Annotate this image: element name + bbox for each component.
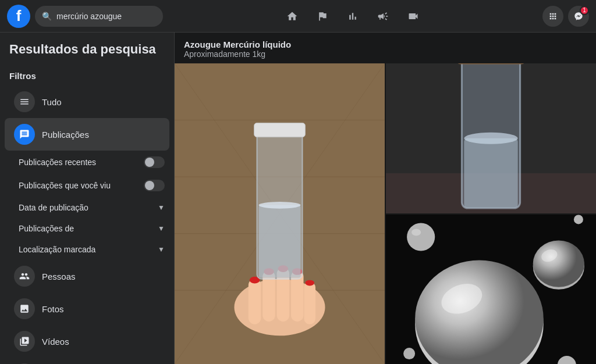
apps-icon bbox=[548, 12, 558, 21]
svg-rect-21 bbox=[258, 205, 300, 278]
publicacoes-viu-label: Publicações que você viu bbox=[19, 181, 111, 190]
filter-localizacao[interactable]: Localização marcada ▼ bbox=[0, 239, 174, 260]
flag-icon bbox=[317, 10, 328, 22]
fotos-label: Fotos bbox=[42, 304, 64, 314]
megaphone-icon bbox=[377, 10, 389, 22]
svg-rect-13 bbox=[304, 282, 315, 324]
nav-center-icons bbox=[163, 2, 542, 30]
flag-nav-button[interactable] bbox=[308, 2, 336, 30]
svg-rect-27 bbox=[464, 138, 517, 208]
svg-point-22 bbox=[258, 202, 300, 209]
main-content: Azougue Mercúrio líquido Aproximadamente… bbox=[175, 33, 596, 364]
main-image[interactable] bbox=[175, 63, 385, 364]
localizacao-label: Localização marcada bbox=[19, 245, 95, 254]
bottom-right-image-content bbox=[386, 215, 596, 365]
bottom-right-image[interactable] bbox=[386, 215, 596, 365]
images-grid bbox=[175, 63, 596, 364]
post-header: Azougue Mercúrio líquido Aproximadamente… bbox=[175, 33, 596, 63]
home-nav-button[interactable] bbox=[278, 2, 306, 30]
sidebar-item-pessoas[interactable]: Pessoas bbox=[5, 260, 169, 292]
publicacoes-viu-toggle[interactable] bbox=[144, 180, 165, 191]
filter-data-publicacao[interactable]: Data de publicação ▼ bbox=[0, 197, 174, 218]
main-layout: Resultados da pesquisa Filtros Tudo Publ… bbox=[0, 33, 596, 364]
messenger-button[interactable]: 1 bbox=[568, 6, 589, 27]
svg-point-18 bbox=[305, 280, 314, 286]
stats-nav-button[interactable] bbox=[339, 2, 367, 30]
svg-point-38 bbox=[407, 223, 435, 251]
facebook-logo[interactable]: f bbox=[7, 5, 30, 28]
filter-publicacoes-de[interactable]: Publicações de ▼ bbox=[0, 218, 174, 239]
video-icon bbox=[407, 10, 419, 22]
svg-rect-9 bbox=[249, 279, 261, 324]
chevron-down-icon-2: ▼ bbox=[158, 224, 165, 233]
sidebar-item-marketplace[interactable]: Marketplace bbox=[5, 358, 169, 364]
sidebar-item-fotos[interactable]: Fotos bbox=[5, 292, 169, 325]
sidebar-item-tudo[interactable]: Tudo bbox=[5, 85, 169, 118]
data-publicacao-label: Data de publicação bbox=[19, 203, 88, 212]
top-right-image[interactable] bbox=[386, 63, 596, 213]
svg-point-36 bbox=[533, 240, 584, 287]
filter-publicacoes-viu[interactable]: Publicações que você viu bbox=[0, 174, 174, 197]
top-right-image-content bbox=[386, 63, 596, 213]
publicacoes-label: Publicações bbox=[42, 130, 89, 140]
videos-icon bbox=[14, 331, 35, 352]
nav-right-section: 1 bbox=[542, 6, 589, 27]
sidebar-item-publicacoes[interactable]: Publicações bbox=[5, 118, 169, 151]
publicacoes-icon bbox=[14, 124, 35, 145]
home-icon bbox=[286, 10, 298, 22]
filter-publicacoes-recentes[interactable]: Publicações recentes bbox=[0, 151, 174, 174]
stats-icon bbox=[347, 10, 359, 22]
video-nav-button[interactable] bbox=[399, 2, 427, 30]
chevron-down-icon-3: ▼ bbox=[158, 245, 165, 254]
fotos-icon bbox=[14, 298, 35, 319]
main-image-content bbox=[175, 63, 385, 364]
search-input[interactable] bbox=[56, 12, 150, 21]
chevron-down-icon: ▼ bbox=[158, 204, 165, 212]
search-icon: 🔍 bbox=[42, 12, 52, 21]
svg-point-28 bbox=[464, 133, 517, 144]
post-subtitle: Aproximadamente 1kg bbox=[184, 49, 587, 59]
publicacoes-recentes-label: Publicações recentes bbox=[19, 158, 96, 167]
post-title: Azougue Mercúrio líquido bbox=[184, 40, 587, 49]
publicacoes-recentes-toggle[interactable] bbox=[144, 156, 165, 168]
notification-badge: 1 bbox=[580, 6, 589, 15]
tudo-label: Tudo bbox=[42, 97, 62, 107]
svg-point-41 bbox=[403, 348, 415, 359]
filters-section-label: Filtros bbox=[0, 66, 174, 85]
publicacoes-de-label: Publicações de bbox=[19, 224, 74, 233]
svg-rect-20 bbox=[254, 123, 306, 137]
top-navigation: f 🔍 bbox=[0, 0, 596, 33]
svg-point-39 bbox=[411, 229, 421, 235]
videos-label: Vídeos bbox=[42, 337, 69, 347]
tudo-icon bbox=[14, 91, 35, 112]
apps-button[interactable] bbox=[542, 6, 563, 27]
page-title: Resultados da pesquisa bbox=[0, 42, 174, 66]
search-box[interactable]: 🔍 bbox=[35, 6, 163, 27]
sidebar-item-videos[interactable]: Vídeos bbox=[5, 325, 169, 358]
pessoas-icon bbox=[14, 266, 35, 287]
sidebar: Resultados da pesquisa Filtros Tudo Publ… bbox=[0, 33, 175, 364]
svg-point-42 bbox=[574, 215, 583, 224]
pessoas-label: Pessoas bbox=[42, 272, 76, 281]
megaphone-nav-button[interactable] bbox=[369, 2, 397, 30]
